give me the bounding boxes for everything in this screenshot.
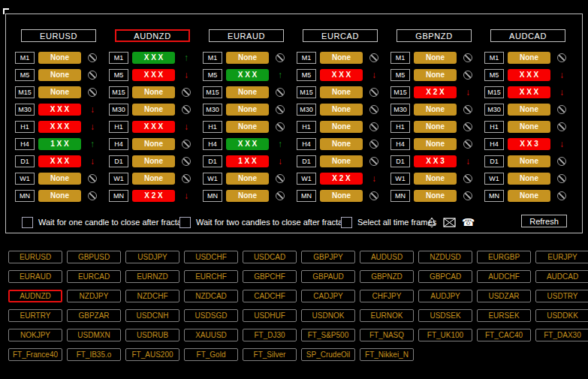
symbol-button-ft-nasq[interactable]: FT_NASQ xyxy=(360,329,414,341)
status-button[interactable]: None xyxy=(320,121,363,133)
status-button[interactable]: X X X xyxy=(38,155,81,167)
symbol-button-usdcad[interactable]: USDCAD xyxy=(243,251,297,263)
status-button[interactable]: None xyxy=(508,190,550,202)
refresh-button[interactable]: Refresh xyxy=(521,215,567,227)
symbol-button-ft-silver[interactable]: FT_Silver xyxy=(243,348,297,361)
status-button[interactable]: None xyxy=(226,121,269,133)
symbol-button-gbpchf[interactable]: GBPCHF xyxy=(243,270,297,283)
symbol-button-audusd[interactable]: AUDUSD xyxy=(360,251,414,263)
status-button[interactable]: X X 3 xyxy=(414,155,457,167)
status-button[interactable]: None xyxy=(38,190,81,202)
status-button[interactable]: None xyxy=(508,155,550,167)
status-button[interactable]: X X X xyxy=(132,52,175,64)
status-button[interactable]: X X X xyxy=(508,69,550,81)
status-button[interactable]: None xyxy=(132,173,175,185)
symbol-button-sp-crudeoil[interactable]: SP_CrudeOil xyxy=(301,348,355,361)
status-button[interactable]: X X X xyxy=(132,69,175,81)
status-button[interactable]: None xyxy=(38,173,81,185)
status-button[interactable]: X X X xyxy=(132,121,175,133)
status-button[interactable]: None xyxy=(226,104,269,116)
status-button[interactable]: None xyxy=(226,173,269,185)
symbol-button-gbpzar[interactable]: GBPZAR xyxy=(67,309,121,322)
status-button[interactable]: None xyxy=(132,138,175,150)
status-button[interactable]: None xyxy=(38,52,81,64)
symbol-button-nzdcad[interactable]: NZDCAD xyxy=(184,290,238,302)
symbol-button-eurgbp[interactable]: EURGBP xyxy=(477,251,531,263)
symbol-button-euraud[interactable]: EURAUD xyxy=(8,270,62,283)
symbol-button-ft-dj30[interactable]: FT_DJ30 xyxy=(243,329,297,341)
status-button[interactable]: X X X xyxy=(508,86,550,98)
status-button[interactable]: None xyxy=(320,86,363,98)
symbol-button-gbpnzd[interactable]: GBPNZD xyxy=(360,270,414,283)
status-button[interactable]: None xyxy=(320,190,363,202)
status-button[interactable]: None xyxy=(320,155,363,167)
symbol-button-ft-uk100[interactable]: FT_UK100 xyxy=(418,329,472,341)
status-button[interactable]: None xyxy=(414,52,457,64)
symbol-button-ft-ib35-o[interactable]: FT_IB35.o xyxy=(67,348,121,361)
status-button[interactable]: None xyxy=(226,52,269,64)
status-button[interactable]: None xyxy=(226,190,269,202)
status-button[interactable]: None xyxy=(132,155,175,167)
wait-one-candle-checkbox[interactable] xyxy=(22,217,33,228)
symbol-button-usdhuf[interactable]: USDHUF xyxy=(243,309,297,322)
status-button[interactable]: None xyxy=(414,190,457,202)
status-button[interactable]: X 2 X xyxy=(414,86,457,98)
symbol-button-usdrub[interactable]: USDRUB xyxy=(125,329,179,341)
status-button[interactable]: None xyxy=(508,121,550,133)
status-button[interactable]: X X X xyxy=(320,69,363,81)
status-button[interactable]: X 2 X xyxy=(132,190,175,202)
symbol-button-nzdjpy[interactable]: NZDJPY xyxy=(67,290,121,302)
pair-header-audnzd[interactable]: AUDNZD xyxy=(115,29,190,42)
pair-header-euraud[interactable]: EURAUD xyxy=(209,29,284,42)
status-button[interactable]: X X X xyxy=(38,104,81,116)
symbol-button-eurcad[interactable]: EURCAD xyxy=(67,270,121,283)
symbol-button-ft-aus200[interactable]: FT_AUS200 xyxy=(125,348,179,361)
symbol-button-eurnok[interactable]: EURNOK xyxy=(360,309,414,322)
status-button[interactable]: None xyxy=(38,69,81,81)
symbol-button-audnzd[interactable]: AUDNZD xyxy=(8,290,62,302)
status-button[interactable]: None xyxy=(414,138,457,150)
status-button[interactable]: X 2 X xyxy=(320,173,363,185)
status-button[interactable]: None xyxy=(320,138,363,150)
status-button[interactable]: 1 X X xyxy=(38,138,81,150)
symbol-button-ft-cac40[interactable]: FT_CAC40 xyxy=(477,329,531,341)
symbol-button-xauusd[interactable]: XAUUSD xyxy=(184,329,238,341)
symbol-button-gbpusd[interactable]: GBPUSD xyxy=(67,251,121,263)
symbol-button-nokjpy[interactable]: NOKJPY xyxy=(8,329,62,341)
symbol-button-cadjpy[interactable]: CADJPY xyxy=(301,290,355,302)
pair-header-eurusd[interactable]: EURUSD xyxy=(21,29,96,42)
pair-header-eurcad[interactable]: EURCAD xyxy=(303,29,378,42)
phone-icon[interactable]: ☎ xyxy=(462,217,475,227)
pair-header-gbpnzd[interactable]: GBPNZD xyxy=(397,29,472,42)
symbol-button-ft-s-p500[interactable]: FT_S&P500 xyxy=(301,329,355,341)
status-button[interactable]: None xyxy=(508,52,550,64)
bell-icon[interactable] xyxy=(427,217,437,228)
status-button[interactable]: None xyxy=(414,173,457,185)
symbol-button-ft-france40[interactable]: FT_France40 xyxy=(8,348,62,361)
symbol-button-eurchf[interactable]: EURCHF xyxy=(184,270,238,283)
symbol-button-gbpaud[interactable]: GBPAUD xyxy=(301,270,355,283)
envelope-icon[interactable] xyxy=(443,218,456,227)
symbol-button-cadchf[interactable]: CADCHF xyxy=(243,290,297,302)
status-button[interactable]: X X 3 xyxy=(508,138,550,150)
status-button[interactable]: None xyxy=(320,104,363,116)
symbol-button-eurtry[interactable]: EURTRY xyxy=(8,309,62,322)
status-button[interactable]: None xyxy=(508,104,550,116)
status-button[interactable]: X X X xyxy=(226,138,269,150)
symbol-button-gbpcad[interactable]: GBPCAD xyxy=(418,270,472,283)
symbol-button-usdjpy[interactable]: USDJPY xyxy=(125,251,179,263)
symbol-button-chfjpy[interactable]: CHFJPY xyxy=(360,290,414,302)
status-button[interactable]: None xyxy=(38,86,81,98)
symbol-button-usdcnh[interactable]: USDCNH xyxy=(125,309,179,322)
status-button[interactable]: X X X xyxy=(38,121,81,133)
symbol-button-audjpy[interactable]: AUDJPY xyxy=(418,290,472,302)
symbol-button-usdsek[interactable]: USDSEK xyxy=(418,309,472,322)
status-button[interactable]: 1 X X xyxy=(226,155,269,167)
status-button[interactable]: None xyxy=(508,173,550,185)
symbol-button-usddkk[interactable]: USDDKK xyxy=(535,309,588,322)
symbol-button-audcad[interactable]: AUDCAD xyxy=(535,270,588,283)
symbol-button-usdzar[interactable]: USDZAR xyxy=(477,290,531,302)
symbol-button-usdnok[interactable]: USDNOK xyxy=(301,309,355,322)
symbol-button-audchf[interactable]: AUDCHF xyxy=(477,270,531,283)
symbol-button-ft-gold[interactable]: FT_Gold xyxy=(184,348,238,361)
